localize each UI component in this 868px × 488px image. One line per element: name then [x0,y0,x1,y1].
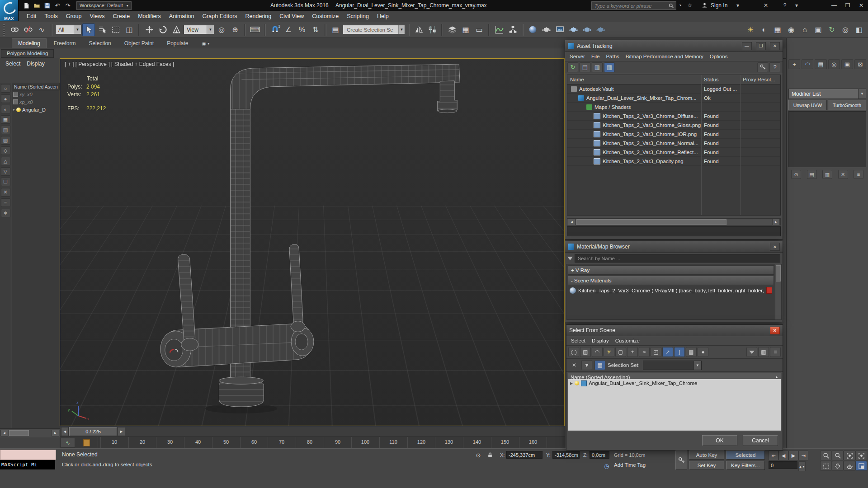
close-icon[interactable]: ✕ [770,42,780,50]
modify-tab-icon[interactable]: ◠ [802,59,813,69]
keyboard-shortcut-override-icon[interactable]: ⌨ [249,23,261,36]
selected-set-combo[interactable]: Selected [726,450,765,460]
refresh-icon[interactable]: ↻ [567,62,578,72]
menu-modifiers[interactable]: Modifiers [134,12,165,21]
show-cameras-icon[interactable]: ◇ [1,146,10,155]
menu-views[interactable]: Views [85,12,108,21]
search-icon[interactable] [669,3,674,9]
show-spacewarps-icon[interactable]: ≈ [639,347,650,357]
select-from-scene-titlebar[interactable]: Select From Scene ✕ [566,325,783,336]
infocenter-search[interactable] [591,1,676,10]
show-all-icon[interactable]: ◯ [568,347,579,357]
show-lights-icon[interactable]: ☀ [604,347,614,357]
layer-explorer-icon[interactable] [446,23,458,36]
show-helpers-icon[interactable]: + [627,347,638,357]
communication-center-icon[interactable]: ◔ [675,1,684,9]
menu-file[interactable]: File [589,53,603,60]
cancel-button[interactable]: Cancel [743,435,778,446]
asset-tracking-titlebar[interactable]: Asset Tracking — ❐ ✕ [565,40,783,52]
ribbon-panel-polygon-modeling[interactable]: Polygon Modeling [1,49,54,58]
hierarchy-tab-icon[interactable]: ▤ [815,59,826,69]
track-bar[interactable]: ∿ 10 20 30 40 50 60 70 80 90 100 110 120… [60,437,565,449]
display-inverse-icon[interactable]: ◐ [1,105,10,113]
search-input[interactable] [594,3,669,9]
go-to-start-icon[interactable]: ⇤ [769,450,778,460]
show-containers-icon[interactable]: ▤ [686,347,697,357]
list-view-icon[interactable]: ▤ [580,62,590,72]
angle-snap-icon[interactable]: ∠ [282,23,295,36]
close-icon[interactable]: ✕ [770,327,780,334]
named-selection-input[interactable] [346,27,398,33]
table-row[interactable]: Angular_Dual_Lever_Sink_Mixer_Tap_Chrom.… [567,94,780,103]
show-end-result-icon[interactable]: ▤ [807,170,817,179]
unlink-selection-icon[interactable] [22,23,34,36]
column-chooser-icon[interactable]: ▥ [758,347,769,357]
modifier-turbosmooth-button[interactable]: TurboSmooth [828,100,866,110]
z-coordinate-field[interactable]: 0,0cm [590,451,609,459]
tab-populate[interactable]: Populate [161,39,194,48]
column-divider[interactable] [701,75,702,215]
pan-hand-icon[interactable] [832,461,844,471]
select-by-name-icon[interactable] [96,23,108,36]
tab-selection[interactable]: Selection [83,39,117,48]
list-item[interactable]: xy_x0 [12,90,60,98]
spinner-snap-icon[interactable]: ⇅ [309,23,322,36]
ribbon-config-icon[interactable]: ◉ [202,41,207,47]
reference-coordinate-combo[interactable]: View ▼ [184,25,214,34]
auto-key-button[interactable]: Auto Key [689,450,724,460]
play-animation-icon[interactable]: ▶ [788,450,798,460]
maximize-icon[interactable]: ❐ [756,42,766,50]
viewport-label[interactable]: [ + ] [ Perspective ] [ Shaded + Edged F… [65,61,174,67]
show-xrefs-icon[interactable]: ↗ [662,347,673,357]
zoom-extents-selected-icon[interactable] [855,450,867,460]
selection-filter-combo[interactable]: All ▼ [55,25,81,34]
column-status[interactable]: Status [701,77,740,82]
select-none-icon[interactable]: ✕ [569,361,579,370]
time-slider[interactable]: ◄ 0 / 225 ► [60,426,565,437]
make-unique-icon[interactable]: ▥ [822,170,832,179]
expander-icon[interactable]: ▸ [13,108,15,112]
explorer-horizontal-scrollbar[interactable]: ◄ ► [0,428,60,437]
show-bones-icon[interactable]: ∫ [674,347,685,357]
title-bar[interactable]: ↶ ↷ Workspace: Default ▾ Autodesk 3ds Ma… [0,0,868,11]
utilities-tab-icon[interactable]: ⊠ [854,59,866,69]
maximize-icon[interactable]: ❐ [841,0,854,10]
orbit-icon[interactable] [844,461,855,471]
redo-icon[interactable]: ↷ [63,1,72,9]
material-editor-icon[interactable] [526,23,539,36]
menu-paths[interactable]: Paths [603,53,622,60]
show-frozen-icon[interactable]: ≡ [1,198,10,207]
show-cameras-icon[interactable]: ▢ [615,347,626,357]
show-hidden-icon[interactable]: ∗ [1,209,10,217]
help-icon[interactable]: ? [769,62,780,72]
ok-button[interactable]: OK [702,435,737,446]
go-to-end-icon[interactable]: ⇥ [798,450,808,460]
schematic-view-icon[interactable] [506,23,519,36]
create-tab-icon[interactable]: + [788,59,800,69]
select-and-manipulate-icon[interactable]: ⊕ [229,23,241,36]
select-and-move-icon[interactable] [143,23,156,36]
motion-tab-icon[interactable]: ◎ [828,59,840,69]
asset-tracking-path-field[interactable] [567,226,781,236]
mini-curve-editor-button[interactable]: ∿ [61,438,75,448]
table-row[interactable]: Kitchen_Taps_2_Var3_Chrome_Normal... Fou… [567,139,780,148]
scene-refresh-icon[interactable]: ↻ [826,23,838,36]
add-time-tag[interactable]: Add Time Tag [614,462,646,468]
show-lights-icon[interactable]: ▧ [1,136,10,145]
menu-scripting[interactable]: Scripting [343,12,373,21]
menu-civil-view[interactable]: Civil View [275,12,308,21]
select-and-rotate-icon[interactable] [156,23,169,36]
detail-view-icon[interactable]: ▥ [592,62,603,72]
person-icon[interactable] [700,1,709,9]
maximize-viewport-toggle-icon[interactable] [855,461,867,471]
scrollbar-thumb[interactable] [576,219,726,225]
window-crossing-icon[interactable]: ◫ [123,23,136,36]
select-and-link-icon[interactable] [8,23,21,36]
material-browser-scrollbar[interactable] [775,264,782,320]
menu-create[interactable]: Create [109,12,134,21]
trackbar-frame-marker[interactable] [83,439,90,446]
display-children-icon[interactable]: ▼ [581,360,592,370]
funnel-icon[interactable] [567,257,573,260]
table-view-icon[interactable]: ▦ [604,62,615,72]
scroll-left-icon[interactable]: ◄ [568,219,576,225]
